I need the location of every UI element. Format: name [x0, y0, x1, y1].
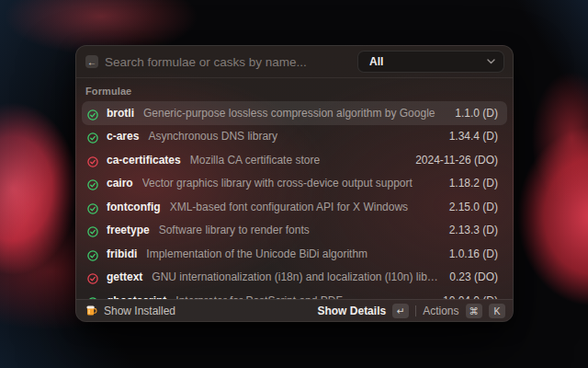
- formula-description: XML-based font configuration API for X W…: [170, 201, 438, 213]
- formula-name: freetype: [107, 224, 150, 236]
- show-installed-label: Show Installed: [104, 305, 175, 317]
- formula-row[interactable]: gettext GNU internationalization (i18n) …: [82, 266, 507, 290]
- search-input[interactable]: [105, 55, 357, 69]
- formula-version: 1.0.16 (D): [449, 247, 498, 260]
- back-arrow-icon: ←: [87, 56, 96, 68]
- formula-row[interactable]: cairo Vector graphics library with cross…: [82, 172, 507, 196]
- formula-description: Vector graphics library with cross-devic…: [142, 177, 438, 190]
- check-circle-icon: [87, 201, 98, 213]
- formula-version: 1.34.4 (D): [449, 130, 498, 143]
- formula-description: Asynchronous DNS library: [148, 130, 437, 143]
- formula-description: Interpreter for PostScript and PDF: [175, 294, 432, 299]
- check-circle-icon: [87, 271, 98, 282]
- formula-version: 0.23 (DO): [449, 270, 498, 283]
- formula-description: Implementation of the Unicode BiDi algor…: [146, 247, 437, 260]
- section-header: Formulae: [82, 84, 507, 101]
- enter-key-icon: ↵: [392, 304, 409, 318]
- formula-row[interactable]: c-ares Asynchronous DNS library 1.34.4 (…: [82, 125, 507, 149]
- check-circle-icon: [87, 131, 98, 142]
- formula-name: ghostscript: [107, 294, 166, 299]
- formula-name: brotli: [107, 107, 134, 120]
- formula-version: 1.1.0 (D): [455, 107, 498, 120]
- formula-name: ca-certificates: [107, 154, 181, 167]
- show-installed-button[interactable]: Show Installed: [85, 305, 175, 317]
- formula-description: Software library to render fonts: [159, 224, 438, 236]
- formula-description: Mozilla CA certificate store: [190, 154, 404, 167]
- desktop-wallpaper: { "search": { "placeholder": "Search for…: [0, 0, 588, 368]
- show-details-label: Show Details: [317, 305, 386, 317]
- chevron-down-icon: [487, 57, 495, 66]
- formula-row[interactable]: fribidi Implementation of the Unicode Bi…: [82, 242, 507, 266]
- filter-dropdown[interactable]: All: [357, 51, 504, 73]
- formula-version: 2024-11-26 (DO): [415, 154, 498, 167]
- formula-name: fontconfig: [107, 201, 161, 213]
- formula-row[interactable]: fontconfig XML-based font configuration …: [82, 195, 507, 219]
- filter-selected-value: All: [369, 55, 487, 68]
- search-bar: ← All: [76, 46, 513, 78]
- formula-row[interactable]: freetype Software library to render font…: [82, 219, 507, 243]
- results-list-area: Formulae brotli Generic-purpose lossless…: [76, 78, 513, 299]
- formula-row[interactable]: ghostscript Interpreter for PostScript a…: [82, 289, 507, 299]
- check-circle-icon: [87, 224, 98, 236]
- k-key-icon: K: [489, 304, 505, 318]
- formula-version: 2.13.3 (D): [449, 224, 498, 236]
- formula-name: cairo: [107, 177, 133, 190]
- show-details-button[interactable]: Show Details ↵: [317, 304, 409, 318]
- formula-version: 10.04.0 (D): [443, 294, 498, 299]
- check-circle-icon: [87, 155, 98, 166]
- actions-label: Actions: [423, 305, 458, 317]
- footer-bar: Show Installed Show Details ↵ Actions ⌘ …: [76, 299, 513, 321]
- footer-divider: [415, 305, 416, 316]
- check-circle-icon: [87, 108, 98, 119]
- check-circle-icon: [87, 295, 98, 299]
- raycast-homebrew-window: ← All Formulae brotli Generic-purpose lo…: [75, 45, 514, 322]
- actions-button[interactable]: Actions ⌘ K: [423, 304, 505, 318]
- back-button[interactable]: ←: [85, 55, 98, 68]
- formula-description: Generic-purpose lossless compression alg…: [143, 107, 444, 120]
- formula-version: 1.18.2 (D): [449, 177, 498, 190]
- check-circle-icon: [87, 248, 98, 259]
- formula-row[interactable]: brotli Generic-purpose lossless compress…: [82, 101, 507, 125]
- check-circle-icon: [87, 178, 98, 189]
- command-key-icon: ⌘: [466, 304, 483, 318]
- formula-name: c-ares: [107, 130, 139, 143]
- footer-actions: Show Details ↵ Actions ⌘ K: [317, 304, 505, 318]
- formula-description: GNU internationalization (i18n) and loca…: [152, 270, 438, 283]
- homebrew-beer-mug-icon: [85, 305, 97, 316]
- formula-version: 2.15.0 (D): [449, 201, 498, 213]
- formula-name: fribidi: [107, 247, 137, 260]
- formula-row[interactable]: ca-certificates Mozilla CA certificate s…: [82, 148, 507, 172]
- formula-name: gettext: [107, 270, 142, 283]
- formulae-list: brotli Generic-purpose lossless compress…: [82, 101, 507, 299]
